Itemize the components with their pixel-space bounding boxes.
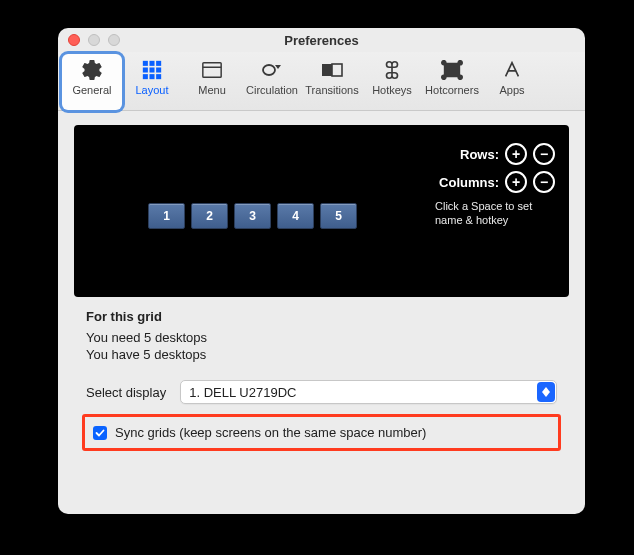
grid-info: For this grid You need 5 desktops You ha… — [74, 297, 569, 362]
tab-label: Layout — [135, 84, 168, 96]
svg-rect-12 — [332, 64, 342, 76]
columns-increase-button[interactable]: + — [505, 171, 527, 193]
spaces-row: 1 2 3 4 5 — [148, 203, 357, 229]
minimize-icon[interactable] — [88, 34, 100, 46]
gear-icon — [79, 58, 105, 82]
tab-hotkeys[interactable]: Hotkeys — [362, 54, 422, 110]
titlebar: Preferences — [58, 28, 585, 52]
space-tile[interactable]: 5 — [320, 203, 357, 229]
columns-label: Columns: — [439, 175, 499, 190]
svg-rect-8 — [156, 74, 161, 79]
corners-icon — [439, 58, 465, 82]
svg-rect-4 — [149, 67, 154, 72]
window-controls — [58, 34, 120, 46]
sync-grids-label: Sync grids (keep screens on the same spa… — [115, 425, 426, 440]
rows-label: Rows: — [460, 147, 499, 162]
select-display-label: Select display — [86, 385, 166, 400]
preferences-window: Preferences General Layout Menu — [58, 28, 585, 514]
svg-rect-3 — [143, 67, 148, 72]
sync-grids-checkbox[interactable] — [93, 426, 107, 440]
command-icon — [379, 58, 405, 82]
loop-icon — [259, 58, 285, 82]
columns-decrease-button[interactable]: − — [533, 171, 555, 193]
svg-rect-13 — [444, 63, 460, 78]
svg-rect-5 — [156, 67, 161, 72]
tab-label: General — [72, 84, 111, 96]
tab-layout[interactable]: Layout — [122, 54, 182, 110]
rows-increase-button[interactable]: + — [505, 143, 527, 165]
info-need: You need 5 desktops — [86, 330, 557, 345]
chevron-up-down-icon — [537, 382, 555, 402]
tab-label: Circulation — [246, 84, 298, 96]
tab-transitions[interactable]: Transitions — [302, 54, 362, 110]
transition-icon — [319, 58, 345, 82]
space-tile[interactable]: 3 — [234, 203, 271, 229]
window-title: Preferences — [58, 33, 585, 48]
grid-controls: Rows: + − Columns: + − Click a Space to … — [435, 143, 555, 228]
svg-point-15 — [458, 61, 462, 65]
tab-label: Menu — [198, 84, 226, 96]
grid-preview: 1 2 3 4 5 Rows: + − Columns: + − — [74, 125, 569, 297]
tab-label: Apps — [499, 84, 524, 96]
svg-rect-6 — [143, 74, 148, 79]
tab-label: Hotcorners — [425, 84, 479, 96]
space-tile[interactable]: 2 — [191, 203, 228, 229]
svg-point-17 — [458, 75, 462, 79]
tab-general[interactable]: General — [62, 54, 122, 110]
toolbar: General Layout Menu Circulation — [58, 52, 585, 111]
content: 1 2 3 4 5 Rows: + − Columns: + − — [58, 111, 585, 465]
svg-rect-11 — [322, 64, 332, 76]
grid-icon — [139, 58, 165, 82]
info-have: You have 5 desktops — [86, 347, 557, 362]
info-heading: For this grid — [86, 309, 557, 324]
close-icon[interactable] — [68, 34, 80, 46]
rows-decrease-button[interactable]: − — [533, 143, 555, 165]
display-select-value: 1. DELL U2719DC — [189, 385, 296, 400]
tab-menu[interactable]: Menu — [182, 54, 242, 110]
display-select[interactable]: 1. DELL U2719DC — [180, 380, 557, 404]
svg-rect-0 — [143, 61, 148, 66]
svg-rect-7 — [149, 74, 154, 79]
tab-apps[interactable]: Apps — [482, 54, 542, 110]
menu-icon — [199, 58, 225, 82]
tab-label: Hotkeys — [372, 84, 412, 96]
svg-rect-9 — [203, 63, 221, 78]
space-tile[interactable]: 1 — [148, 203, 185, 229]
sync-grids-row: Sync grids (keep screens on the same spa… — [82, 414, 561, 451]
svg-rect-1 — [149, 61, 154, 66]
zoom-icon[interactable] — [108, 34, 120, 46]
svg-rect-2 — [156, 61, 161, 66]
svg-point-16 — [442, 75, 446, 79]
tab-label: Transitions — [305, 84, 358, 96]
svg-point-14 — [442, 61, 446, 65]
grid-hint: Click a Space to set name & hotkey — [435, 199, 555, 228]
space-tile[interactable]: 4 — [277, 203, 314, 229]
tab-circulation[interactable]: Circulation — [242, 54, 302, 110]
tab-hotcorners[interactable]: Hotcorners — [422, 54, 482, 110]
apps-icon — [499, 58, 525, 82]
